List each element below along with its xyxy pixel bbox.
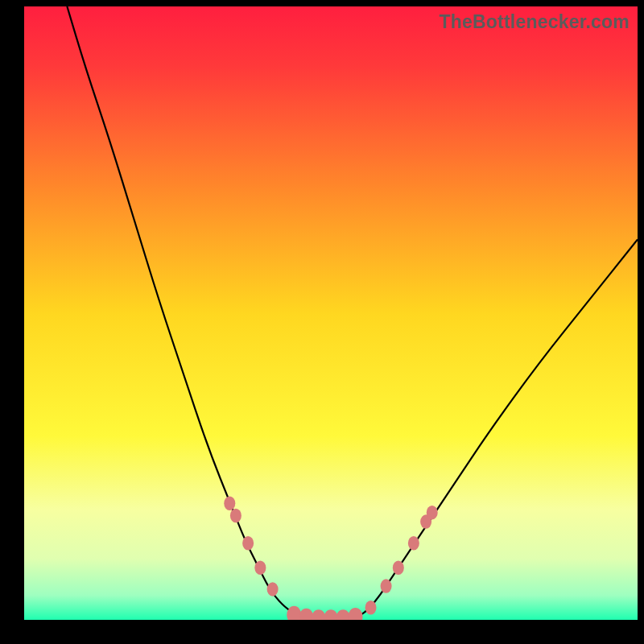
data-marker [224, 496, 235, 510]
plot-area: TheBottlenecker.com [24, 6, 638, 620]
data-marker [393, 560, 404, 575]
data-marker [381, 579, 392, 593]
data-marker [267, 582, 279, 597]
data-marker [336, 609, 350, 620]
curve-layer [24, 6, 638, 620]
chart-frame: TheBottlenecker.com [0, 0, 644, 644]
data-marker [427, 506, 438, 520]
left-curve [67, 6, 306, 618]
data-marker [242, 536, 254, 551]
data-marker [365, 601, 377, 615]
data-marker [408, 536, 419, 551]
data-marker [230, 509, 242, 523]
data-marker [348, 608, 362, 620]
data-marker [254, 560, 266, 575]
